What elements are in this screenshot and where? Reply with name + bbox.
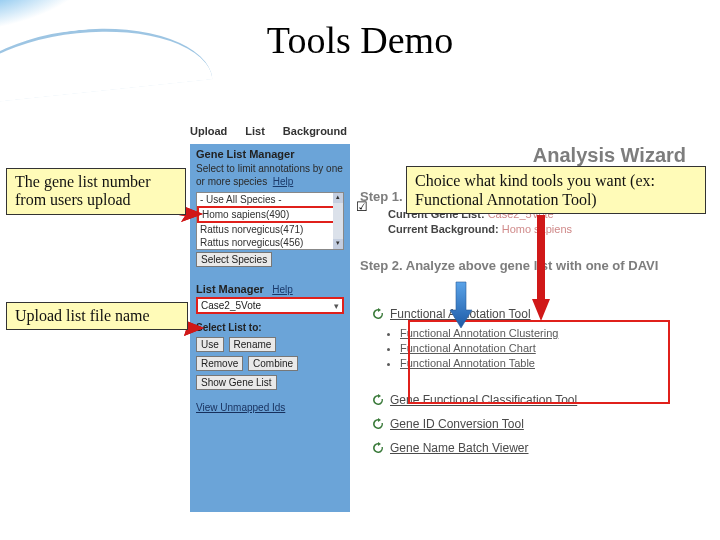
refresh-icon <box>372 394 384 406</box>
listmgr-help-link[interactable]: Help <box>272 284 293 295</box>
slide-title: Tools Demo <box>0 18 720 62</box>
tab-list[interactable]: List <box>245 125 265 137</box>
tab-upload[interactable]: Upload <box>190 125 227 137</box>
refresh-icon <box>372 418 384 430</box>
use-button[interactable]: Use <box>196 337 224 352</box>
remove-button[interactable]: Remove <box>196 356 243 371</box>
highlight-frame-fat <box>408 320 670 404</box>
refresh-icon <box>372 308 384 320</box>
view-unmapped-link[interactable]: View Unmapped Ids <box>196 402 285 413</box>
analysis-wizard-title: Analysis Wizard <box>360 144 690 167</box>
refresh-icon <box>372 442 384 454</box>
callout-upload-filename: Upload list file name <box>6 302 188 330</box>
select-species-button[interactable]: Select Species <box>196 252 272 267</box>
species-listbox[interactable]: - Use All Species - Homo sapiens(490) Ra… <box>196 192 344 250</box>
species-opt-homo[interactable]: Homo sapiens(490) <box>197 206 343 223</box>
species-opt-all[interactable]: - Use All Species - <box>197 193 343 206</box>
checkmark-icon: ☑ <box>356 199 368 214</box>
combine-button[interactable]: Combine <box>248 356 298 371</box>
list-select-dropdown[interactable]: Case2_5Vote <box>196 297 344 314</box>
sidebar-instruction: Select to limit annotations by one or mo… <box>196 163 344 188</box>
sidebar-header-listmgr: List Manager <box>196 283 264 295</box>
rename-button[interactable]: Rename <box>229 337 277 352</box>
tab-background[interactable]: Background <box>283 125 347 137</box>
species-opt-rat1[interactable]: Rattus norvegicus(471) <box>197 223 343 236</box>
callout-choose-tool: Choice what kind tools you want (ex: Fun… <box>406 166 706 214</box>
callout-gene-list-number: The gene list number from users upload <box>6 168 186 215</box>
tool-gene-id-conversion[interactable]: Gene ID Conversion Tool <box>372 417 690 431</box>
arrow-blue-down <box>448 280 474 330</box>
species-opt-rat2[interactable]: Rattus norvegicus(456) <box>197 236 343 249</box>
sidebar: Gene List Manager Select to limit annota… <box>190 144 350 512</box>
select-list-to-label: Select List to: <box>196 322 344 333</box>
arrow-red-down <box>530 213 552 323</box>
species-scrollbar[interactable]: ▴ ▾ <box>333 193 343 249</box>
sidebar-header-glm: Gene List Manager <box>196 148 344 160</box>
step2-header: Step 2. Analyze above gene list with one… <box>360 258 690 273</box>
show-gene-list-button[interactable]: Show Gene List <box>196 375 277 390</box>
help-link[interactable]: Help <box>273 176 294 187</box>
list-select-value: Case2_5Vote <box>201 300 261 311</box>
tool-gene-name-batch-viewer[interactable]: Gene Name Batch Viewer <box>372 441 690 455</box>
top-tabs: Upload List Background <box>190 120 698 142</box>
